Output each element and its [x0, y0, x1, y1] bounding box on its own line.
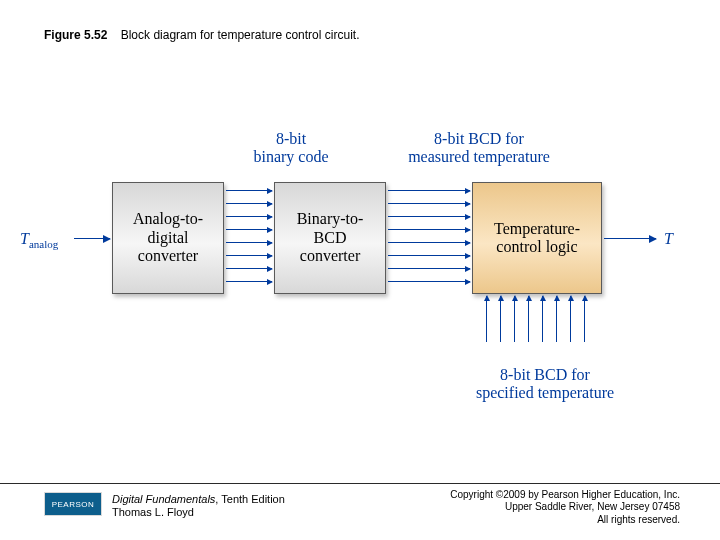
output-label: T [664, 230, 694, 248]
copyright-line-2: Upper Saddle River, New Jersey 07458 [450, 501, 680, 514]
block-adc-label: Analog-to- digital converter [133, 210, 203, 265]
publisher-badge-text: PEARSON [52, 500, 95, 509]
book-citation: Digital Fundamentals, Tenth Edition Thom… [112, 493, 285, 521]
figure-caption: Figure 5.52 Block diagram for temperatur… [44, 28, 359, 42]
copyright-line-1: Copyright ©2009 by Pearson Higher Educat… [450, 489, 680, 502]
block-diagram: Tanalog Analog-to- digital converter 8-b… [0, 120, 720, 440]
publisher-badge: PEARSON [44, 492, 102, 516]
block-temperature-control-logic: Temperature- control logic [472, 182, 602, 294]
book-title: Digital Fundamentals [112, 493, 215, 505]
bus-label-measured: 8-bit BCD for measured temperature [394, 130, 564, 165]
block-binary-to-bcd: Binary-to- BCD converter [274, 182, 386, 294]
arrow-input [74, 238, 110, 239]
bus-label-binary: 8-bit binary code [236, 130, 346, 165]
copyright-block: Copyright ©2009 by Pearson Higher Educat… [450, 489, 680, 527]
block-tcl-label: Temperature- control logic [494, 220, 580, 257]
block-adc: Analog-to- digital converter [112, 182, 224, 294]
input-label: Tanalog [20, 230, 80, 250]
arrow-output [604, 238, 656, 239]
bus-label-specified: 8-bit BCD for specified temperature [460, 366, 630, 401]
footer-rule [0, 483, 720, 484]
book-author: Thomas L. Floyd [112, 506, 194, 518]
figure-number: Figure 5.52 [44, 28, 107, 42]
block-binary-to-bcd-label: Binary-to- BCD converter [297, 210, 364, 265]
copyright-line-3: All rights reserved. [450, 514, 680, 527]
figure-caption-text: Block diagram for temperature control ci… [121, 28, 360, 42]
book-edition: , Tenth Edition [215, 493, 285, 505]
